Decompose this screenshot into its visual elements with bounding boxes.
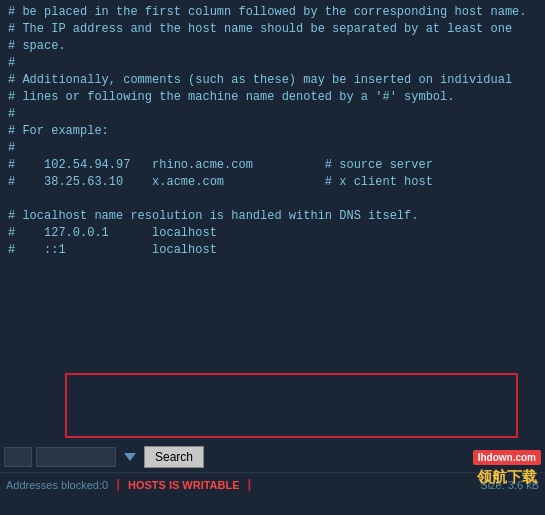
- code-line: # space.: [8, 38, 537, 55]
- size-label: Size: 3.6 kB: [480, 479, 539, 491]
- code-line: #: [8, 55, 537, 72]
- code-line: [8, 191, 537, 208]
- code-line: #: [8, 106, 537, 123]
- search-field-mid[interactable]: [36, 447, 116, 467]
- code-line: # For example:: [8, 123, 537, 140]
- right-badge: lhdown.com: [473, 450, 541, 465]
- code-line: # The IP address and the host name shoul…: [8, 21, 537, 38]
- toolbar: Search lhdown.com: [0, 442, 545, 472]
- divider-1: |: [114, 477, 122, 492]
- code-line: # ::1 localhost: [8, 242, 537, 259]
- code-line: #: [8, 140, 537, 157]
- code-line: # 38.25.63.10 x.acme.com # x client host: [8, 174, 537, 191]
- code-line: # Additionally, comments (such as these)…: [8, 72, 537, 89]
- hosts-writable-label: HOSTS IS WRITABLE: [128, 479, 240, 491]
- code-line: # 102.54.94.97 rhino.acme.com # source s…: [8, 157, 537, 174]
- input-box-container[interactable]: [65, 373, 518, 438]
- search-button[interactable]: Search: [144, 446, 204, 468]
- code-line: # 127.0.0.1 localhost: [8, 225, 537, 242]
- dropdown-arrow-icon: [124, 453, 136, 461]
- code-line: # be placed in the first column followed…: [8, 4, 537, 21]
- divider-2: |: [246, 477, 254, 492]
- search-field-left[interactable]: [4, 447, 32, 467]
- status-bar: Addresses blocked:0 | HOSTS IS WRITABLE …: [0, 472, 545, 496]
- code-line: # lines or following the machine name de…: [8, 89, 537, 106]
- code-line: # localhost name resolution is handled w…: [8, 208, 537, 225]
- addresses-label: Addresses blocked:0: [6, 479, 108, 491]
- command-input[interactable]: [67, 375, 516, 436]
